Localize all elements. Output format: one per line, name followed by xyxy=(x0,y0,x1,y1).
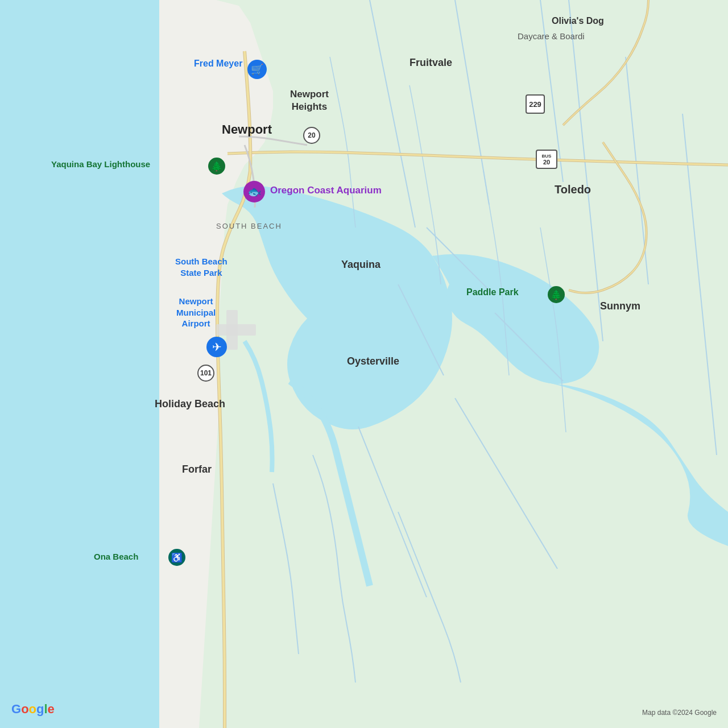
paddle-park-pin[interactable]: 🌲 xyxy=(548,286,565,303)
map-svg xyxy=(0,0,728,728)
us229-badge: 229 xyxy=(526,94,545,114)
lighthouse-pin[interactable]: 🌲 xyxy=(208,158,225,175)
fred-meyer-pin[interactable]: 🛒 xyxy=(247,60,267,79)
map-attribution: Map data ©2024 Google xyxy=(642,709,717,717)
svg-marker-3 xyxy=(0,0,159,728)
ona-beach-pin[interactable]: ♿ xyxy=(168,549,185,566)
aquarium-pin[interactable]: 🐟 xyxy=(243,181,265,202)
airport-pin[interactable]: ✈ xyxy=(206,337,227,357)
map-container: Fred Meyer 🛒 Newport NewportHeights Frui… xyxy=(0,0,728,728)
us20-badge: 20 xyxy=(303,127,320,144)
svg-rect-7 xyxy=(226,310,238,350)
bus20-badge: BUS 20 xyxy=(536,150,557,169)
google-logo: Google xyxy=(11,702,55,717)
us101-badge: 101 xyxy=(197,365,214,382)
svg-marker-5 xyxy=(199,0,728,728)
